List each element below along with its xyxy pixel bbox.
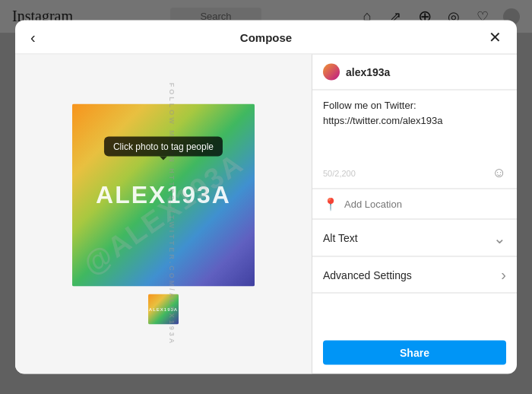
caption-area: 50/2,200 ☺ [312, 91, 517, 189]
user-header: alex193a [312, 55, 517, 91]
image-text-overlay: ALEX193A [96, 181, 231, 209]
modal-title: Compose [240, 30, 292, 43]
char-count: 50/2,200 [323, 168, 356, 177]
image-panel[interactable]: Click photo to tag people ALEX193A ALEX1… [15, 55, 312, 374]
right-username: alex193a [346, 66, 390, 78]
modal-header: ‹ Compose ✕ [15, 21, 517, 55]
right-panel: alex193a 50/2,200 ☺ 📍 Alt Text ⌄ [312, 55, 517, 374]
caption-footer: 50/2,200 ☺ [323, 165, 506, 181]
modal-body: Click photo to tag people ALEX193A ALEX1… [15, 55, 517, 374]
advanced-settings-label: Advanced Settings [323, 268, 412, 281]
alt-text-label: Alt Text [323, 232, 358, 244]
user-avatar-small [323, 64, 340, 81]
alt-text-row[interactable]: Alt Text ⌄ [312, 220, 517, 257]
share-area: Share [312, 332, 517, 374]
tag-tooltip: Click photo to tag people [104, 137, 223, 157]
caption-textarea[interactable] [323, 98, 506, 159]
location-row[interactable]: 📍 [312, 189, 517, 220]
advanced-settings-row[interactable]: Advanced Settings › [312, 257, 517, 294]
close-button[interactable]: ✕ [486, 30, 505, 45]
back-button[interactable]: ‹ [27, 30, 39, 45]
main-image[interactable]: ALEX193A [72, 104, 255, 287]
share-button[interactable]: Share [323, 341, 506, 365]
vertical-text-overlay: FOLLOW ME ON HTTPS://TWITTER.COM/ALEX193… [167, 83, 175, 346]
alt-text-chevron-icon: ⌄ [493, 229, 506, 247]
compose-modal: ‹ Compose ✕ Click photo to tag people AL… [15, 21, 517, 374]
emoji-button[interactable]: ☺ [492, 165, 506, 181]
location-input[interactable] [344, 199, 506, 210]
advanced-settings-chevron-icon: › [501, 266, 506, 284]
location-icon: 📍 [323, 197, 338, 211]
